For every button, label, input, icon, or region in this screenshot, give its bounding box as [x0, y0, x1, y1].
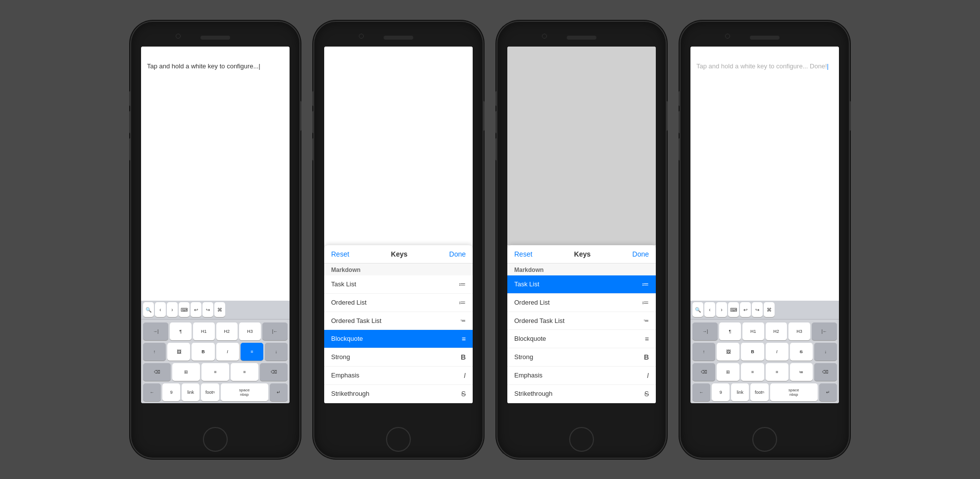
text-content-1[interactable]: Tap and hold a white key to configure... [141, 56, 290, 301]
dropdown-panel-3[interactable]: Reset Keys Done Markdown Task List ≔ Ord… [507, 245, 656, 403]
ordered-list-key-1[interactable]: ≡ [231, 363, 258, 381]
dropdown-item-blockquote-2[interactable]: Blockquote ≡ [324, 330, 473, 348]
keyboard-btn-1[interactable]: ⌨ [179, 302, 190, 317]
redo-btn-1[interactable]: ↪ [202, 302, 213, 317]
h3-key-4[interactable]: H3 [788, 322, 810, 340]
list-key-4[interactable]: ≡ [741, 363, 764, 381]
table-key-4[interactable]: ⊞ [717, 363, 739, 381]
keyboard-1[interactable]: 🔍 ‹ › ⌨ ↩ ↪ ⌘ →| ¶ H1 H2 H3 |← [141, 301, 290, 403]
bold-key-4[interactable]: B [741, 343, 764, 361]
delete-left-4[interactable]: ⌫ [692, 363, 715, 381]
item-icon-strikethrough-2: S [461, 390, 466, 398]
link-key-4[interactable]: link [731, 383, 749, 401]
up-key-1[interactable]: ↑ [143, 343, 166, 361]
dropdown-item-blockquote-3[interactable]: Blockquote ≡ [507, 330, 656, 348]
done-btn-2[interactable]: Done [449, 250, 466, 258]
undo-btn-4[interactable]: ↩ [740, 302, 751, 317]
image-key-4[interactable]: 🖼 [717, 343, 739, 361]
up-key-4[interactable]: ↑ [692, 343, 715, 361]
cmd-btn-1[interactable]: ⌘ [214, 302, 225, 317]
home-button-3[interactable] [569, 427, 594, 452]
tab-right-key-1[interactable]: |← [262, 322, 288, 340]
keyboard-btn-4[interactable]: ⌨ [728, 302, 739, 317]
chevron-right-btn-4[interactable]: › [716, 302, 727, 317]
h1-key-4[interactable]: H1 [742, 322, 764, 340]
dropdown-item-tasklist-2[interactable]: Task List ≔ [324, 275, 473, 294]
return-key-1[interactable]: ↵ [270, 383, 288, 401]
reset-btn-3[interactable]: Reset [514, 250, 533, 258]
strike-key-4[interactable]: S [790, 343, 813, 361]
foot-key-1[interactable]: footn [201, 383, 219, 401]
dropdown-item-strikethrough-3[interactable]: Strikethrough S [507, 385, 656, 403]
dropdown-section-3: Markdown [507, 264, 656, 275]
delete-right-1[interactable]: ⌫ [260, 363, 288, 381]
status-bar-2 [324, 47, 473, 56]
dropdown-item-orderedtasklist-3[interactable]: Ordered Task List ≔ [507, 312, 656, 330]
blockquote-key-1[interactable]: ≡ [241, 343, 263, 361]
arrow-left-1[interactable]: ← [143, 383, 161, 401]
down-key-1[interactable]: ↓ [265, 343, 288, 361]
footnote-num-4[interactable]: 9 [712, 383, 730, 401]
keyboard-4[interactable]: 🔍 ‹ › ⌨ ↩ ↪ ⌘ →| ¶ H1 H2 H3 |← [690, 301, 839, 403]
delete-left-1[interactable]: ⌫ [143, 363, 171, 381]
delete-right-4[interactable]: ⌫ [814, 363, 837, 381]
redo-btn-4[interactable]: ↪ [752, 302, 763, 317]
list-key-1[interactable]: ≡ [201, 363, 229, 381]
home-button-4[interactable] [752, 427, 777, 452]
done-btn-3[interactable]: Done [633, 250, 649, 258]
h1-key-1[interactable]: H1 [193, 322, 215, 340]
italic-key-1[interactable]: I [216, 343, 239, 361]
item-label-orderedtasklist-3: Ordered Task List [514, 317, 565, 324]
return-key-4[interactable]: ↵ [819, 383, 837, 401]
chevron-right-btn-1[interactable]: › [167, 302, 178, 317]
search-btn-4[interactable]: 🔍 [692, 302, 703, 317]
dropdown-item-orderedtasklist-2[interactable]: Ordered Task List ≔ [324, 312, 473, 330]
table-key-1[interactable]: ⊞ [172, 363, 200, 381]
bold-key-1[interactable]: B [192, 343, 214, 361]
home-button-2[interactable] [386, 427, 411, 452]
dropdown-item-emphasis-2[interactable]: Emphasis I [324, 367, 473, 385]
cmd-btn-4[interactable]: ⌘ [764, 302, 775, 317]
home-button-1[interactable] [203, 427, 228, 452]
undo-btn-1[interactable]: ↩ [191, 302, 201, 317]
chevron-left-btn-4[interactable]: ‹ [704, 302, 715, 317]
tab-left-key-1[interactable]: →| [143, 322, 168, 340]
kb-row2-1: ↑ 🖼 B I ≡ ↓ [143, 343, 288, 361]
tasklist-key-4[interactable]: ≔ [790, 363, 813, 381]
text-content-4[interactable]: Tap and hold a white key to configure...… [690, 56, 839, 301]
dropdown-item-orderedlist-3[interactable]: Ordered List ≔ [507, 294, 656, 312]
space-key-4[interactable]: spacenbsp [770, 383, 818, 401]
h2-key-4[interactable]: H2 [766, 322, 787, 340]
dropdown-item-orderedlist-2[interactable]: Ordered List ≔ [324, 294, 473, 312]
image-key-1[interactable]: 🖼 [167, 343, 190, 361]
dropdown-item-strikethrough-2[interactable]: Strikethrough S [324, 385, 473, 403]
tab-right-key-4[interactable]: |← [812, 322, 837, 340]
space-key-1[interactable]: spacenbsp [221, 383, 268, 401]
link-key-1[interactable]: link [182, 383, 199, 401]
italic-key-4[interactable]: I [766, 343, 788, 361]
reset-btn-2[interactable]: Reset [331, 250, 349, 258]
paragraph-key-4[interactable]: ¶ [719, 322, 741, 340]
tab-left-key-4[interactable]: →| [692, 322, 718, 340]
search-btn-1[interactable]: 🔍 [143, 302, 154, 317]
item-label-orderedlist-3: Ordered List [514, 299, 550, 306]
dropdown-item-strong-2[interactable]: Strong B [324, 348, 473, 367]
h2-key-1[interactable]: H2 [216, 322, 238, 340]
dropdown-overlay-3: Reset Keys Done Markdown Task List ≔ Ord… [507, 47, 656, 403]
item-label-strikethrough-2: Strikethrough [331, 390, 369, 397]
arrow-left-4[interactable]: ← [692, 383, 710, 401]
paragraph-key-1[interactable]: ¶ [170, 322, 192, 340]
chevron-left-btn-1[interactable]: ‹ [155, 302, 166, 317]
dropdown-item-emphasis-3[interactable]: Emphasis I [507, 367, 656, 385]
dropdown-item-tasklist-3[interactable]: Task List ≔ [507, 275, 656, 294]
ordered-list-key-4[interactable]: ≡ [766, 363, 788, 381]
h3-key-1[interactable]: H3 [239, 322, 261, 340]
foot-key-4[interactable]: footn [750, 383, 768, 401]
footnote-num-1[interactable]: 9 [162, 383, 180, 401]
camera-2 [359, 34, 364, 39]
dropdown-panel-2[interactable]: Reset Keys Done Markdown Task List ≔ Ord… [324, 245, 473, 403]
dropdown-item-strong-3[interactable]: Strong B [507, 348, 656, 367]
mute-button-4 [679, 91, 681, 106]
vol-up-button-1 [129, 111, 131, 133]
down-key-4[interactable]: ↓ [814, 343, 837, 361]
